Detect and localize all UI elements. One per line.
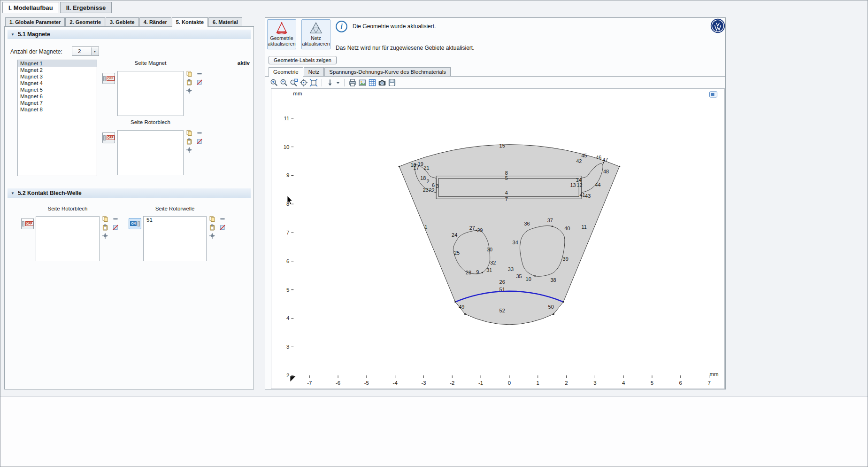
y-tick-label: 7 — [286, 230, 289, 235]
orient-arrow-icon[interactable] — [326, 78, 334, 87]
vw-logo — [710, 18, 725, 33]
paste-selection-icon[interactable] — [102, 224, 108, 231]
paste-selection-icon[interactable] — [209, 224, 215, 231]
geometry-label-35: 35 — [516, 273, 522, 279]
magnet-listbox[interactable]: Magnet 1Magnet 2Magnet 3Magnet 4Magnet 5… — [17, 60, 97, 176]
copy-selection-icon[interactable] — [102, 216, 108, 222]
anzahl-magnete-select[interactable]: 2 ▼ — [72, 47, 99, 56]
geometry-label-2: 2 — [427, 179, 430, 184]
magnet-list-item[interactable]: Magnet 6 — [18, 93, 97, 100]
geometry-label-27: 27 — [469, 225, 475, 231]
kontakt-seite-rotorwelle-label: Seite Rotorwelle — [143, 206, 207, 211]
seite-magnet-selection-icons — [186, 70, 203, 94]
seite-rotorblech-toggle[interactable]: OFF — [102, 132, 115, 143]
geometrie-aktualisieren-button[interactable]: Geometrie aktualisieren — [267, 19, 296, 49]
section-kontakt-blech-welle[interactable]: ▼ 5.2 Kontakt Blech-Welle — [8, 188, 251, 198]
seite-magnet-label: Seite Magnet — [117, 60, 184, 66]
zoom-out-icon[interactable] — [280, 78, 288, 87]
kontakt-rotorwelle-toggle[interactable]: ON — [129, 218, 141, 229]
copy-selection-icon[interactable] — [186, 70, 192, 77]
geometry-label-31: 31 — [486, 267, 492, 273]
zoom-box-icon[interactable] — [290, 78, 298, 87]
info-icon: i — [335, 20, 348, 33]
toggle-knob-icon — [103, 76, 106, 81]
graphics-tab-spannungs-dehnungs-kurve-des-blechmaterials[interactable]: Spannungs-Dehnungs-Kurve des Blechmateri… — [324, 67, 451, 76]
magnet-list-item[interactable]: Magnet 1 — [18, 60, 97, 67]
paste-selection-icon[interactable] — [186, 138, 192, 145]
main-tab-i-modellaufbau[interactable]: I. Modellaufbau — [2, 2, 59, 13]
clear-selection-icon[interactable] — [196, 138, 203, 145]
geometry-plot[interactable]: mm mm — [271, 89, 724, 389]
rotor-sector[interactable] — [399, 145, 621, 325]
main-tab-ii-ergebnisse[interactable]: II. Ergebnisse — [60, 2, 112, 13]
kontakt-rotorblech-selection-box[interactable] — [36, 216, 100, 261]
zoom-to-selection-icon[interactable] — [209, 233, 215, 239]
zoom-to-selection-icon[interactable] — [186, 147, 192, 153]
seite-magnet-selection-box[interactable] — [117, 71, 184, 116]
paste-selection-icon[interactable] — [186, 79, 192, 86]
kontakt-rotorwelle-selection-box[interactable]: 51 — [143, 216, 207, 261]
x-tick-label: -3 — [421, 380, 426, 386]
netz-aktualisieren-button[interactable]: Netz aktualisieren — [301, 19, 330, 49]
rotorwelle-selection-item[interactable]: 51 — [144, 217, 206, 223]
collapse-triangle-icon[interactable]: ▼ — [11, 191, 15, 195]
magnet-list-item[interactable]: Magnet 4 — [18, 80, 97, 86]
remove-selection-icon[interactable] — [196, 130, 203, 136]
magnet-list-item[interactable]: Magnet 3 — [18, 73, 97, 80]
graphics-canvas[interactable]: mm mm — [271, 88, 725, 389]
y-tick-label: 6 — [286, 258, 289, 264]
magnet-list-item[interactable]: Magnet 2 — [18, 67, 97, 73]
geometry-label-17: 17 — [414, 165, 419, 171]
zoom-in-icon[interactable] — [270, 78, 278, 87]
graphics-tab-geometrie[interactable]: Geometrie — [269, 67, 303, 77]
image-export-icon[interactable] — [358, 78, 367, 87]
seite-rotorblech-selection-box[interactable] — [117, 130, 184, 175]
reset-view-icon[interactable] — [309, 78, 318, 87]
zoom-to-selection-icon[interactable] — [186, 87, 192, 94]
collapse-triangle-icon[interactable]: ▼ — [11, 32, 15, 37]
table-icon[interactable] — [368, 78, 376, 87]
left-tab-2-geometrie[interactable]: 2. Geometrie — [65, 17, 105, 26]
copy-selection-icon[interactable] — [186, 130, 192, 136]
clear-selection-icon[interactable] — [196, 79, 203, 86]
kontakt-rotorblech-toggle[interactable]: OFF — [21, 218, 34, 229]
mesh-button-line2: aktualisieren — [302, 41, 330, 47]
print-icon[interactable] — [348, 78, 357, 87]
detach-plot-icon[interactable] — [710, 92, 717, 97]
magnet-list-item[interactable]: Magnet 8 — [18, 106, 97, 113]
dropdown-arrow-icon[interactable]: ▼ — [91, 47, 98, 55]
clear-selection-icon[interactable] — [219, 224, 226, 231]
caret-icon[interactable] — [336, 78, 340, 87]
selection-icon-row — [209, 233, 226, 239]
left-tab-6-material[interactable]: 6. Material — [208, 17, 242, 26]
camera-icon[interactable] — [378, 78, 386, 87]
left-tab-5-kontakte[interactable]: 5. Kontakte — [172, 17, 208, 27]
magnet-list-item[interactable]: Magnet 7 — [18, 100, 97, 106]
zoom-extents-icon[interactable] — [300, 78, 308, 87]
remove-selection-icon[interactable] — [112, 216, 119, 222]
remove-selection-icon[interactable] — [219, 216, 226, 222]
clear-selection-icon[interactable] — [112, 224, 119, 231]
rotor-sector-shape[interactable] — [399, 145, 619, 325]
left-tab-1-globale-parameter[interactable]: 1. Globale Parameter — [5, 17, 65, 26]
save-icon[interactable] — [388, 78, 396, 87]
zoom-to-selection-icon[interactable] — [102, 233, 108, 239]
seite-rotorblech-selection-icons — [186, 130, 203, 153]
x-tick-label: 2 — [565, 380, 568, 386]
geometry-label-33: 33 — [508, 266, 514, 272]
left-tab-4-ränder[interactable]: 4. Ränder — [139, 17, 171, 26]
seite-magnet-toggle[interactable]: OFF — [102, 73, 115, 84]
geometry-button-line2: aktualisieren — [268, 41, 296, 47]
aktiv-label: aktiv — [222, 60, 250, 66]
x-tick-label: -4 — [393, 380, 398, 386]
section-magnete[interactable]: ▼ 5.1 Magnete — [8, 30, 251, 39]
left-tab-3-gebiete[interactable]: 3. Gebiete — [106, 17, 139, 26]
geometry-label-52: 52 — [499, 308, 505, 313]
geometry-label-12: 12 — [576, 182, 582, 188]
geometrie-labels-zeigen-button[interactable]: Geometrie-Labels zeigen — [269, 56, 337, 64]
magnet-list-item[interactable]: Magnet 5 — [18, 86, 97, 93]
remove-selection-icon[interactable] — [196, 70, 203, 77]
axis-origin-marker — [290, 376, 295, 381]
graphics-tab-netz[interactable]: Netz — [304, 67, 324, 76]
copy-selection-icon[interactable] — [209, 216, 215, 222]
